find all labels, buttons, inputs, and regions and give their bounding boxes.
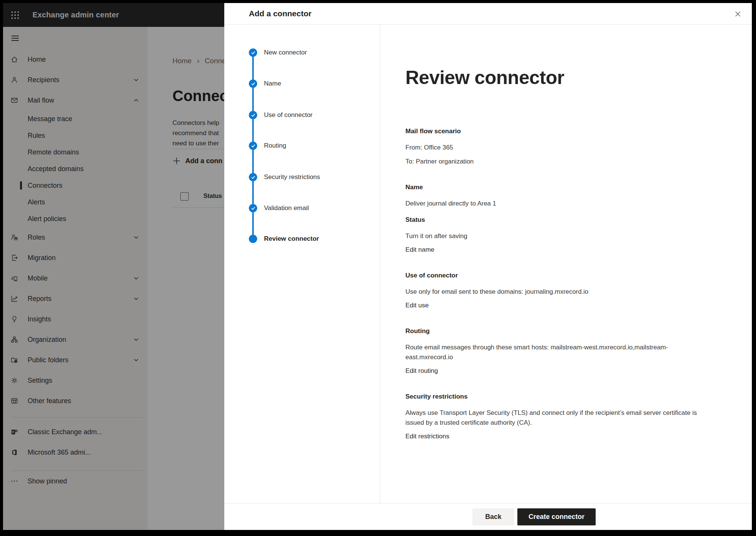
step-current-icon — [249, 235, 257, 243]
edit-name-link[interactable]: Edit name — [405, 245, 435, 255]
review-panel: Review connector Mail flow scenario From… — [380, 25, 752, 503]
edit-use-link[interactable]: Edit use — [405, 301, 428, 310]
section-heading: Routing — [405, 326, 706, 336]
section-line: To: Partner organization — [405, 157, 706, 167]
section-line: Always use Transport Layer Security (TLS… — [405, 408, 706, 428]
step-completed-icon — [249, 111, 257, 119]
create-connector-button[interactable]: Create connector — [517, 508, 596, 525]
close-icon[interactable] — [733, 9, 743, 19]
section-line: Deliver journal directly to Area 1 — [405, 199, 706, 209]
add-connector-wizard: Add a connector New connector Name Use o… — [224, 3, 752, 530]
step-completed-icon — [249, 142, 257, 150]
review-section-status: Status Turn it on after saving Edit name — [405, 215, 706, 255]
wizard-title: Add a connector — [249, 9, 312, 18]
screen: Exchange admin center Home Recipients Ma… — [3, 3, 752, 530]
section-line: Route email messages through these smart… — [405, 343, 706, 362]
section-heading: Use of connector — [405, 271, 706, 280]
section-heading: Name — [405, 182, 706, 192]
step-completed-icon — [249, 48, 257, 57]
review-section-routing: Routing Route email messages through the… — [405, 326, 706, 376]
review-section-security-restrictions: Security restrictions Always use Transpo… — [405, 392, 706, 441]
review-section-use-of-connector: Use of connector Use only for email sent… — [405, 271, 706, 310]
step-completed-icon — [249, 79, 257, 88]
edit-routing-link[interactable]: Edit routing — [405, 366, 438, 376]
review-heading: Review connector — [405, 66, 752, 89]
section-heading: Security restrictions — [405, 392, 706, 402]
step-completed-icon — [249, 173, 257, 181]
back-button[interactable]: Back — [472, 508, 514, 525]
section-heading: Mail flow scenario — [405, 126, 706, 136]
wizard-stepper: New connector Name Use of connector Rout… — [224, 25, 380, 503]
wizard-footer: Back Create connector — [224, 503, 752, 530]
section-line: From: Office 365 — [405, 143, 706, 153]
step-completed-icon — [249, 204, 257, 212]
section-line: Turn it on after saving — [405, 231, 706, 241]
edit-restrictions-link[interactable]: Edit restrictions — [405, 432, 449, 441]
wizard-header: Add a connector — [224, 3, 752, 25]
review-section-name: Name Deliver journal directly to Area 1 — [405, 182, 706, 209]
section-line: Use only for email sent to these domains… — [405, 287, 706, 297]
review-section-mail-flow-scenario: Mail flow scenario From: Office 365 To: … — [405, 126, 706, 167]
section-heading: Status — [405, 215, 706, 225]
